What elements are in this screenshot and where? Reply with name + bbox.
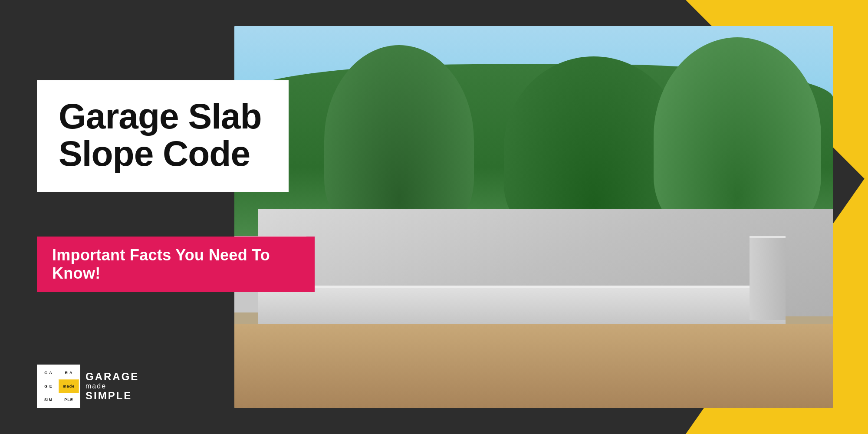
- logo-cell-made: made: [59, 379, 79, 393]
- tree-3: [654, 37, 821, 236]
- photo-background: [234, 26, 833, 408]
- logo-cell-g1: G A: [38, 366, 59, 379]
- logo-cell-ple: PLE: [59, 393, 79, 407]
- logo-word-simple: SIMPLE: [85, 390, 139, 401]
- logo-text: GARAGE made SIMPLE: [85, 371, 139, 401]
- subtitle-box: Important Facts You Need To Know!: [37, 237, 315, 292]
- logo-word-made: made: [85, 382, 139, 390]
- logo-cell-r1: R A: [59, 366, 79, 379]
- page-container: Garage Slab Slope Code Important Facts Y…: [0, 0, 868, 434]
- dirt-ground: [234, 324, 833, 408]
- tree-1: [324, 45, 474, 236]
- title-box: Garage Slab Slope Code: [37, 80, 289, 192]
- hero-photo: [234, 26, 833, 408]
- logo-cell-g2: G E: [38, 379, 59, 393]
- main-title: Garage Slab Slope Code: [59, 98, 267, 172]
- logo: G A R A G E made SIM PLE GARAGE made SIM…: [37, 365, 139, 408]
- logo-cell-s: SIM: [38, 393, 59, 407]
- logo-word-garage: GARAGE: [85, 371, 139, 382]
- concrete-pillar: [750, 236, 786, 320]
- logo-grid: G A R A G E made SIM PLE: [37, 365, 80, 408]
- subtitle-text: Important Facts You Need To Know!: [52, 246, 270, 282]
